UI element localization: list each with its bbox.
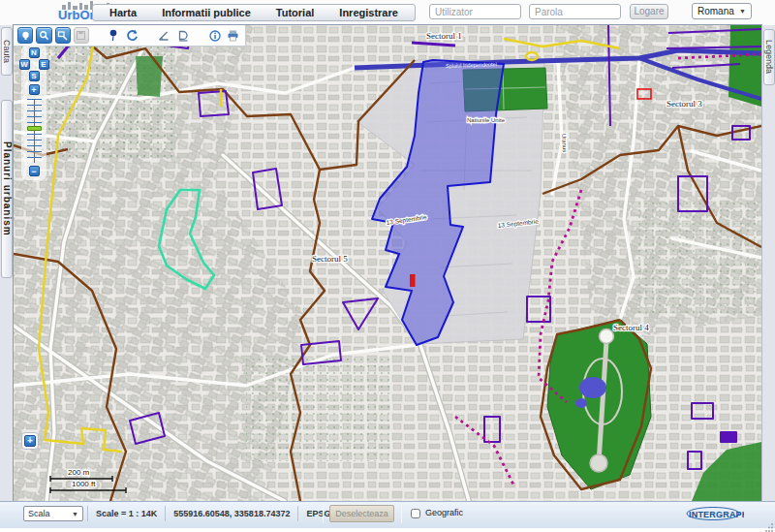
statusbar: Scala ▼ Scale = 1 : 14K 555916.60548, 33… (0, 501, 775, 528)
zoom-slider-handle[interactable] (27, 126, 42, 131)
pin-tool-button[interactable] (106, 27, 121, 44)
scala-dropdown-label: Scala (28, 509, 50, 518)
zoom-in-tool-button[interactable] (36, 27, 51, 44)
zoom-window-icon (57, 30, 68, 41)
resize-grip[interactable] (764, 522, 774, 532)
menu-inregistrare[interactable]: Inregistrare (326, 7, 411, 18)
intergraph-logo-text: INTERGRAPH (689, 510, 744, 519)
pan-north-button[interactable]: N (29, 47, 40, 58)
zoom-slider[interactable] (27, 99, 42, 163)
zoom-in-button[interactable]: + (29, 84, 40, 95)
menu-informatii-publice[interactable]: Informatii publice (149, 7, 264, 18)
tab-legenda[interactable]: Legenda (763, 29, 775, 85)
right-tabstrip: Legenda (761, 25, 775, 501)
measure-angle-button[interactable] (156, 27, 171, 44)
scalebar-metric: 200 m (68, 468, 90, 477)
urbonline-app: UrbOnLine Harta Informatii publice Tutor… (0, 0, 775, 532)
plus-icon: + (24, 435, 36, 447)
print-icon (227, 30, 239, 42)
deselecteaza-button[interactable]: Deselecteaza (329, 505, 394, 522)
window-bottom-strip (0, 528, 775, 532)
language-selected-value: Romana (698, 6, 734, 16)
info-button[interactable] (207, 27, 223, 44)
chevron-down-icon: ▼ (72, 511, 78, 517)
scalebar-imperial: 1000 ft (72, 480, 96, 488)
selected-parcel-marker[interactable] (410, 274, 416, 287)
pan-icon (20, 30, 31, 41)
zoom-out-button[interactable]: − (29, 166, 40, 176)
print-button[interactable] (226, 27, 241, 44)
park-lake (579, 377, 606, 398)
pan-east-button[interactable]: E (39, 59, 49, 70)
language-select[interactable]: Romana ▼ (692, 3, 752, 19)
corner-zoom-in-button[interactable]: + (21, 432, 39, 450)
map-viewport[interactable]: Sectorul 1 Sectorul 3 Sectorul 5 Sectoru… (14, 25, 761, 501)
geografic-checkbox[interactable] (411, 509, 420, 518)
label-sector-top: Sectorul 1 (426, 31, 462, 41)
label-sector-right: Sectorul 3 (666, 99, 702, 109)
map-toolbar (14, 25, 246, 47)
save-tool-button (74, 27, 89, 44)
header: UrbOnLine Harta Informatii publice Tutor… (0, 0, 775, 25)
parola-input[interactable] (529, 4, 621, 19)
area-d-icon (177, 30, 189, 42)
refresh-button[interactable] (124, 27, 140, 44)
menu-tutorial[interactable]: Tutorial (264, 7, 327, 18)
floppy-icon (76, 30, 86, 41)
refresh-icon (126, 29, 139, 42)
info-icon (209, 30, 221, 42)
intergraph-logo: INTERGRAPH (686, 506, 744, 523)
pan-south-button[interactable]: S (29, 71, 40, 81)
main-menu: Harta Informatii publice Tutorial Inregi… (92, 4, 416, 21)
pin-icon (108, 29, 119, 42)
label-street-uranus: Uranus (561, 134, 568, 153)
scale-readout: Scale = 1 : 14K (87, 506, 166, 521)
angle-icon (158, 30, 170, 42)
utilizator-input[interactable] (429, 4, 521, 19)
label-sector-5: Sectorul 5 (312, 254, 348, 264)
tab-planuri-urbanism[interactable]: Planuri urbanism (1, 100, 13, 278)
geografic-label: Geografic (425, 508, 463, 517)
left-tabstrip: Cauta Planuri urbanism (0, 25, 14, 501)
map-navigation-control[interactable]: N W E S + − (21, 45, 46, 180)
zoom-window-tool-button[interactable] (55, 27, 71, 44)
menu-harta[interactable]: Harta (97, 7, 149, 18)
tab-cauta[interactable]: Cauta (1, 27, 13, 76)
chevron-down-icon: ▼ (739, 8, 746, 15)
measure-area-button[interactable] (175, 27, 191, 44)
map-canvas[interactable]: Sectorul 1 Sectorul 3 Sectorul 5 Sectoru… (14, 25, 761, 501)
label-street-natiunile-unite: Natiunile Unite (467, 117, 506, 123)
separator (323, 505, 324, 523)
logare-button[interactable]: Logare (630, 4, 668, 19)
coordinates-readout: 555916.60548, 335818.74372 (166, 506, 298, 521)
pan-tool-button[interactable] (17, 27, 33, 44)
scala-dropdown[interactable]: Scala ▼ (23, 506, 83, 521)
pan-west-button[interactable]: W (19, 59, 30, 70)
separator (401, 505, 402, 523)
status-segments: Scale = 1 : 14K 555916.60548, 335818.743… (87, 506, 361, 521)
magnifier-icon (39, 30, 49, 41)
label-sector-4: Sectorul 4 (613, 323, 649, 332)
